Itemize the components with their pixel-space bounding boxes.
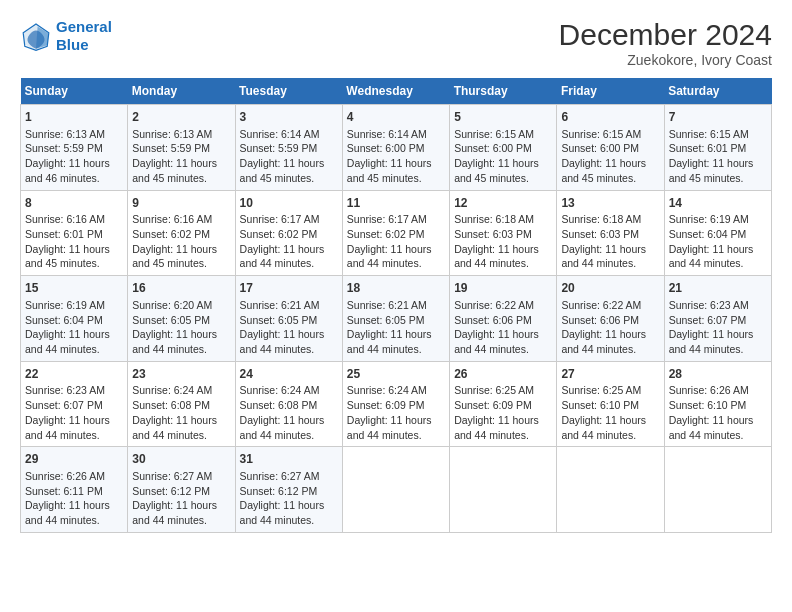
day-info: Daylight: 11 hours [132,156,230,171]
day-number: 21 [669,280,767,297]
day-info: Sunrise: 6:26 AM [25,469,123,484]
calendar-cell: 29Sunrise: 6:26 AMSunset: 6:11 PMDayligh… [21,447,128,533]
day-info: and 45 minutes. [132,256,230,271]
header-cell-monday: Monday [128,78,235,105]
day-info: Sunrise: 6:13 AM [25,127,123,142]
day-number: 6 [561,109,659,126]
header-cell-saturday: Saturday [664,78,771,105]
day-info: Daylight: 11 hours [25,242,123,257]
day-number: 26 [454,366,552,383]
day-number: 28 [669,366,767,383]
day-info: Sunrise: 6:23 AM [25,383,123,398]
day-info: and 44 minutes. [25,342,123,357]
day-info: and 44 minutes. [669,256,767,271]
day-info: Sunrise: 6:20 AM [132,298,230,313]
day-number: 12 [454,195,552,212]
week-row-1: 1Sunrise: 6:13 AMSunset: 5:59 PMDaylight… [21,105,772,191]
day-info: Sunset: 6:07 PM [25,398,123,413]
day-number: 4 [347,109,445,126]
day-info: Daylight: 11 hours [240,242,338,257]
day-number: 19 [454,280,552,297]
day-info: Sunrise: 6:27 AM [240,469,338,484]
day-info: Sunrise: 6:19 AM [669,212,767,227]
calendar-cell: 3Sunrise: 6:14 AMSunset: 5:59 PMDaylight… [235,105,342,191]
day-info: Sunset: 6:02 PM [132,227,230,242]
day-info: Sunset: 6:06 PM [561,313,659,328]
day-info: Sunrise: 6:14 AM [240,127,338,142]
day-info: and 45 minutes. [240,171,338,186]
calendar-cell: 5Sunrise: 6:15 AMSunset: 6:00 PMDaylight… [450,105,557,191]
page-container: General Blue December 2024 Zuekokore, Iv… [0,0,792,543]
day-info: and 44 minutes. [25,513,123,528]
day-number: 25 [347,366,445,383]
day-number: 9 [132,195,230,212]
title-block: December 2024 Zuekokore, Ivory Coast [559,18,772,68]
day-info: Daylight: 11 hours [561,156,659,171]
day-info: Daylight: 11 hours [240,498,338,513]
calendar-cell: 6Sunrise: 6:15 AMSunset: 6:00 PMDaylight… [557,105,664,191]
day-info: and 45 minutes. [132,171,230,186]
calendar-cell: 1Sunrise: 6:13 AMSunset: 5:59 PMDaylight… [21,105,128,191]
calendar-cell: 12Sunrise: 6:18 AMSunset: 6:03 PMDayligh… [450,190,557,276]
day-info: Sunset: 6:00 PM [347,141,445,156]
day-info: and 44 minutes. [240,342,338,357]
calendar-cell: 9Sunrise: 6:16 AMSunset: 6:02 PMDaylight… [128,190,235,276]
day-info: Sunset: 6:08 PM [132,398,230,413]
day-info: and 45 minutes. [669,171,767,186]
calendar-cell: 23Sunrise: 6:24 AMSunset: 6:08 PMDayligh… [128,361,235,447]
day-info: Sunset: 6:10 PM [561,398,659,413]
day-info: Daylight: 11 hours [25,156,123,171]
day-info: Sunrise: 6:24 AM [240,383,338,398]
day-info: Daylight: 11 hours [347,327,445,342]
calendar-cell: 10Sunrise: 6:17 AMSunset: 6:02 PMDayligh… [235,190,342,276]
day-info: and 44 minutes. [132,513,230,528]
calendar-cell [342,447,449,533]
day-info: Daylight: 11 hours [561,413,659,428]
day-info: Sunset: 6:11 PM [25,484,123,499]
day-info: and 44 minutes. [347,256,445,271]
calendar-cell: 30Sunrise: 6:27 AMSunset: 6:12 PMDayligh… [128,447,235,533]
header-cell-friday: Friday [557,78,664,105]
day-number: 14 [669,195,767,212]
day-info: Sunrise: 6:26 AM [669,383,767,398]
day-info: and 44 minutes. [561,428,659,443]
day-info: Sunset: 6:09 PM [347,398,445,413]
day-info: Sunrise: 6:27 AM [132,469,230,484]
day-info: Sunrise: 6:15 AM [561,127,659,142]
day-info: Sunset: 6:01 PM [25,227,123,242]
day-info: Daylight: 11 hours [454,327,552,342]
subtitle: Zuekokore, Ivory Coast [559,52,772,68]
day-info: Sunset: 6:01 PM [669,141,767,156]
day-info: and 45 minutes. [25,256,123,271]
day-info: Sunset: 6:05 PM [347,313,445,328]
calendar-cell: 13Sunrise: 6:18 AMSunset: 6:03 PMDayligh… [557,190,664,276]
day-number: 31 [240,451,338,468]
day-info: and 44 minutes. [240,428,338,443]
day-info: Sunrise: 6:16 AM [132,212,230,227]
calendar-cell: 20Sunrise: 6:22 AMSunset: 6:06 PMDayligh… [557,276,664,362]
day-number: 18 [347,280,445,297]
calendar-cell [664,447,771,533]
calendar-table: SundayMondayTuesdayWednesdayThursdayFrid… [20,78,772,533]
day-info: Daylight: 11 hours [454,413,552,428]
calendar-cell: 16Sunrise: 6:20 AMSunset: 6:05 PMDayligh… [128,276,235,362]
calendar-cell: 27Sunrise: 6:25 AMSunset: 6:10 PMDayligh… [557,361,664,447]
day-info: and 46 minutes. [25,171,123,186]
calendar-cell: 15Sunrise: 6:19 AMSunset: 6:04 PMDayligh… [21,276,128,362]
calendar-cell: 21Sunrise: 6:23 AMSunset: 6:07 PMDayligh… [664,276,771,362]
day-info: Sunset: 5:59 PM [25,141,123,156]
day-info: Sunrise: 6:13 AM [132,127,230,142]
day-info: and 44 minutes. [240,256,338,271]
week-row-4: 22Sunrise: 6:23 AMSunset: 6:07 PMDayligh… [21,361,772,447]
calendar-cell: 18Sunrise: 6:21 AMSunset: 6:05 PMDayligh… [342,276,449,362]
day-info: Daylight: 11 hours [132,413,230,428]
day-number: 10 [240,195,338,212]
day-info: Daylight: 11 hours [561,242,659,257]
day-info: Daylight: 11 hours [669,327,767,342]
day-info: Daylight: 11 hours [347,242,445,257]
day-info: and 44 minutes. [25,428,123,443]
day-info: Sunrise: 6:24 AM [132,383,230,398]
day-info: and 44 minutes. [132,428,230,443]
day-info: and 45 minutes. [454,171,552,186]
day-info: Daylight: 11 hours [132,242,230,257]
